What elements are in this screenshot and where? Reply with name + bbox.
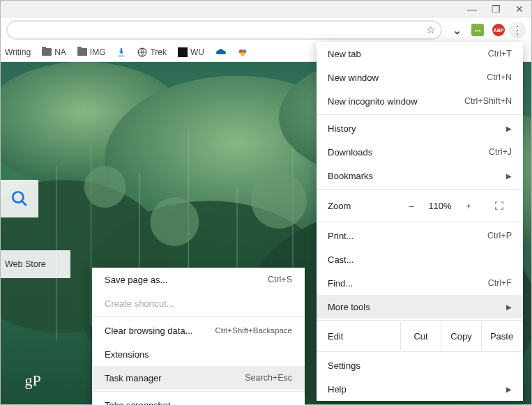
copy-button[interactable]: Copy [441, 322, 481, 350]
bookmark-onedrive[interactable] [215, 48, 227, 56]
chevron-right-icon: ▶ [506, 172, 512, 180]
search-tile[interactable] [1, 180, 38, 217]
search-icon [10, 190, 29, 208]
menu-print[interactable]: Print...Ctrl+P [317, 224, 523, 247]
menu-more-tools[interactable]: More tools▶ [317, 295, 523, 319]
web-store-label: Web Store [5, 259, 46, 269]
cut-button[interactable]: Cut [400, 322, 441, 350]
chevron-right-icon: ▶ [506, 125, 512, 132]
menu-new-window[interactable]: New windowCtrl+N [317, 66, 523, 89]
svg-point-22 [150, 197, 199, 246]
globe-icon [137, 47, 147, 57]
bookmark-writing[interactable]: Writing [5, 47, 31, 57]
wu-icon [178, 47, 188, 57]
browser-window: — ❐ ✕ ☆ ⌄ ••• ABP ⋮ Writing NA IMG Trek … [0, 0, 532, 405]
menu-history[interactable]: History▶ [317, 116, 523, 140]
bookmark-photos[interactable] [238, 47, 248, 57]
menu-downloads[interactable]: DownloadsCtrl+J [317, 140, 523, 164]
menu-new-tab[interactable]: New tabCtrl+T [317, 42, 523, 66]
menu-separator [317, 189, 523, 190]
window-titlebar: — ❐ ✕ [1, 1, 531, 17]
zoom-label: Zoom [328, 201, 399, 211]
fullscreen-icon [494, 201, 504, 211]
paste-button[interactable]: Paste [481, 322, 522, 350]
submenu-extensions[interactable]: Extensions [92, 342, 305, 366]
lastpass-icon[interactable]: ••• [471, 24, 484, 36]
svg-point-26 [13, 192, 23, 202]
bookmark-download[interactable] [116, 47, 126, 57]
submenu-create-shortcut: Create shortcut... [92, 291, 305, 315]
web-store-tile[interactable]: Web Store [1, 250, 70, 278]
fullscreen-button[interactable] [487, 201, 512, 211]
zoom-out-button[interactable]: – [399, 201, 424, 211]
onedrive-icon [215, 48, 227, 56]
bookmark-trek[interactable]: Trek [137, 47, 167, 57]
menu-bookmarks[interactable]: Bookmarks▶ [317, 164, 523, 188]
submenu-task-manager[interactable]: Task managerSearch+Esc [92, 366, 305, 390]
download-icon [116, 47, 126, 57]
svg-point-23 [251, 173, 307, 229]
gp-watermark: gP [10, 367, 55, 395]
browser-toolbar: ☆ ⌄ ••• ABP ⋮ [1, 17, 531, 43]
menu-settings[interactable]: Settings [317, 353, 523, 377]
svg-point-3 [241, 52, 245, 56]
menu-separator [317, 351, 523, 352]
menu-edit-row: Edit Cut Copy Paste [317, 322, 523, 350]
minimize-button[interactable]: — [460, 1, 484, 17]
menu-separator [317, 222, 523, 222]
pocket-icon[interactable]: ⌄ [450, 24, 463, 36]
chevron-right-icon: ▶ [506, 303, 512, 311]
folder-icon [77, 48, 87, 56]
menu-find[interactable]: Find...Ctrl+F [317, 271, 523, 295]
menu-separator [92, 391, 305, 392]
adblock-icon[interactable]: ABP [492, 24, 505, 36]
zoom-in-button[interactable]: + [456, 201, 481, 211]
close-button[interactable]: ✕ [508, 1, 531, 17]
submenu-save-page[interactable]: Save page as...Ctrl+S [92, 268, 305, 291]
extension-icons: ⌄ ••• ABP [450, 24, 505, 36]
menu-incognito[interactable]: New incognito windowCtrl+Shift+N [317, 89, 523, 113]
submenu-screenshot[interactable]: Take screenshot [92, 393, 305, 405]
restore-button[interactable]: ❐ [484, 1, 508, 17]
menu-help[interactable]: Help▶ [317, 377, 523, 401]
submenu-clear-data[interactable]: Clear browsing data...Ctrl+Shift+Backspa… [92, 319, 305, 342]
edit-label: Edit [328, 331, 400, 342]
star-icon[interactable]: ☆ [426, 24, 435, 36]
bookmark-na[interactable]: NA [42, 47, 66, 57]
chrome-main-menu: New tabCtrl+T New windowCtrl+N New incog… [317, 42, 523, 401]
address-bar[interactable]: ☆ [6, 20, 442, 40]
more-tools-submenu: Save page as...Ctrl+S Create shortcut...… [92, 268, 305, 405]
menu-separator [92, 316, 305, 317]
menu-cast[interactable]: Cast... [317, 247, 523, 271]
photos-icon [238, 47, 248, 57]
bookmark-wu[interactable]: WU [178, 47, 204, 57]
chevron-right-icon: ▶ [506, 385, 512, 393]
svg-line-27 [22, 201, 26, 206]
bookmark-img[interactable]: IMG [77, 47, 106, 57]
menu-zoom: Zoom – 110% + [317, 191, 523, 220]
chrome-menu-button[interactable]: ⋮ [509, 22, 526, 38]
menu-separator [317, 320, 523, 321]
menu-separator [317, 114, 523, 115]
folder-icon [42, 48, 52, 56]
zoom-value: 110% [424, 201, 456, 211]
svg-point-21 [84, 166, 126, 208]
